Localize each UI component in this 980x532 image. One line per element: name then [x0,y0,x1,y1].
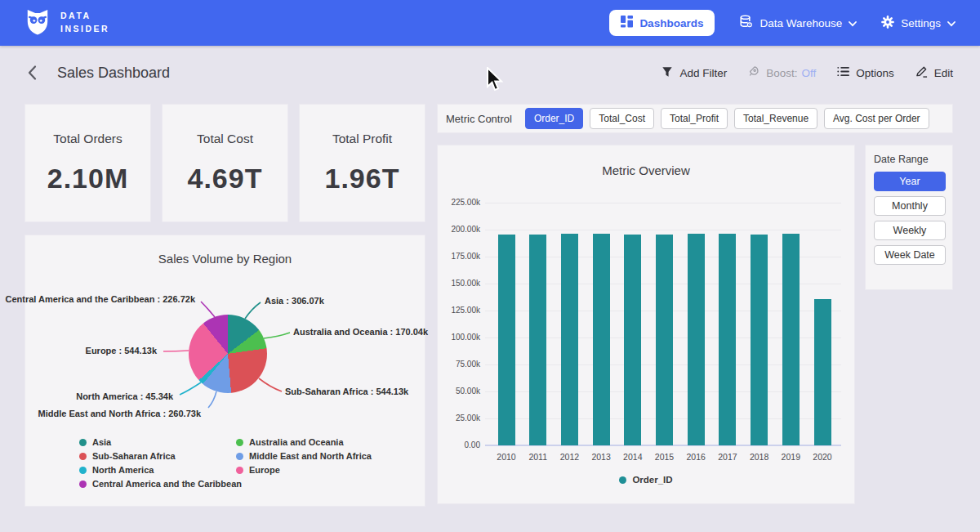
date-range-year-button[interactable]: Year [874,172,946,191]
boost-toggle[interactable]: Boost: Off [748,65,816,80]
bar-2014[interactable] [624,235,641,445]
legend-item[interactable]: Europe [236,465,372,475]
metric-button-order-id[interactable]: Order_ID [525,108,583,129]
metric-control-label: Metric Control [446,113,512,125]
pie-legend-column-2: Australia and OceaniaMiddle East and Nor… [236,437,372,475]
bar-2016[interactable] [688,234,705,445]
data-warehouse-menu[interactable]: Data Warehouse [739,15,857,31]
kpi-value: 1.96T [325,163,400,194]
bar-chart-legend[interactable]: Order_ID [438,475,854,485]
filter-funnel-icon [662,66,673,80]
x-axis-tick-label: 2015 [648,452,681,462]
legend-dot [79,453,87,460]
settings-menu[interactable]: Settings [881,16,956,31]
bar-2017[interactable] [719,234,736,445]
pie-label-north-america: North America : 45.34k [76,391,173,401]
x-axis-tick-label: 2017 [711,452,744,462]
legend-dot [236,467,243,474]
kpi-label: Total Profit [332,132,392,146]
kpi-label: Total Cost [197,132,253,146]
x-axis-tick-label: 2016 [679,452,712,462]
y-axis-tick-label: 0.00 [439,440,480,449]
metric-button-total-profit[interactable]: Total_Profit [661,108,728,129]
brand-name: DATA INSIDER [60,10,109,36]
legend-item[interactable]: Sub-Saharan Africa [79,451,242,461]
y-axis-tick-label: 25.00k [439,414,480,422]
date-range-monthly-button[interactable]: Monthly [874,196,946,216]
legend-item[interactable]: Middle East and North Africa [236,451,372,461]
sales-volume-pie-card: Sales Volume by Region Asia : 306.07k Au… [24,235,425,507]
y-axis-tick-label: 125.00k [439,306,480,315]
chevron-down-icon [849,17,857,29]
pie-legend-column-1: AsiaSub-Saharan AfricaNorth AmericaCentr… [79,437,242,489]
date-range-weekly-button[interactable]: Weekly [874,221,946,240]
gridline [485,230,841,230]
date-range-panel: Date Range Year Monthly Weekly Week Date [865,145,953,290]
legend-dot [619,476,626,484]
bar-2010[interactable] [498,235,515,445]
legend-item[interactable]: Australia and Oceania [236,437,372,447]
pie-label-europe: Europe : 544.13k [86,346,157,355]
pencil-icon [915,65,928,80]
kpi-card-total-orders: Total Orders 2.10M [24,104,151,222]
brand-logo[interactable]: DATA INSIDER [24,7,109,38]
y-axis-tick-label: 150.00k [439,279,480,288]
date-range-week-date-button[interactable]: Week Date [874,245,946,265]
legend-label: Europe [249,465,280,475]
legend-label: Australia and Oceania [249,437,344,447]
legend-label: North America [92,465,154,475]
bar-2011[interactable] [529,235,546,445]
y-axis-tick-label: 75.00k [439,360,480,369]
y-axis-tick-label: 100.00k [439,333,480,342]
options-button[interactable]: Options [837,66,894,79]
legend-label: Middle East and North Africa [249,451,372,461]
y-axis-tick-label: 50.00k [439,387,480,396]
database-icon [739,15,753,31]
legend-label: Central America and the Caribbean [92,479,242,489]
add-filter-button[interactable]: Add Filter [662,66,727,80]
chevron-down-icon [947,17,956,29]
options-list-icon [837,66,849,79]
metric-button-total-cost[interactable]: Total_Cost [590,108,654,129]
bar-chart-plot-area [487,203,840,445]
boost-label: Boost: [766,67,797,79]
back-button[interactable] [27,65,38,81]
pie-chart-title: Sales Volume by Region [25,252,425,266]
boost-value: Off [801,67,816,79]
pie-chart[interactable] [189,315,267,393]
legend-dot [236,439,243,446]
app-window: DATA INSIDER Dashboards [0,0,980,532]
bar-2020[interactable] [814,299,831,445]
metric-button-total-revenue[interactable]: Total_Revenue [734,108,817,129]
metric-overview-chart-card: Metric Overview Order_ID 0.0025.00k50.00… [437,145,855,504]
page-header: Sales Dashboard Add Filter Boost: Off [0,46,980,100]
legend-dot [236,453,243,460]
metric-button-avg-cost-per-order[interactable]: Avg. Cost per Order [824,108,929,129]
page-title: Sales Dashboard [57,65,170,82]
metric-control-bar: Metric Control Order_ID Total_Cost Total… [437,104,953,133]
pie-label-sub-saharan-africa: Sub-Saharan Africa : 544.13k [285,387,408,396]
pie-label-australia-oceania: Australia and Oceania : 170.04k [293,327,428,337]
bar-2015[interactable] [656,235,673,445]
rocket-icon [748,65,760,80]
dashboards-grid-icon [621,16,633,30]
legend-dot [79,467,87,474]
y-axis-tick-label: 225.00k [439,198,480,207]
legend-label: Asia [92,437,111,447]
legend-item[interactable]: Asia [79,437,242,447]
bar-2018[interactable] [751,235,768,445]
x-axis-tick-label: 2020 [806,452,839,462]
legend-label: Order_ID [632,475,672,485]
gear-icon [881,16,894,31]
bar-2013[interactable] [593,234,610,445]
y-axis-tick-label: 200.00k [439,225,480,234]
edit-button[interactable]: Edit [915,65,953,80]
kpi-label: Total Orders [53,132,122,146]
kpi-card-total-cost: Total Cost 4.69T [162,104,288,222]
legend-item[interactable]: Central America and the Caribbean [79,479,242,489]
dashboards-button[interactable]: Dashboards [609,10,715,36]
legend-item[interactable]: North America [79,465,242,475]
legend-label: Sub-Saharan Africa [92,451,176,461]
bar-2012[interactable] [561,234,578,445]
bar-2019[interactable] [782,234,800,445]
